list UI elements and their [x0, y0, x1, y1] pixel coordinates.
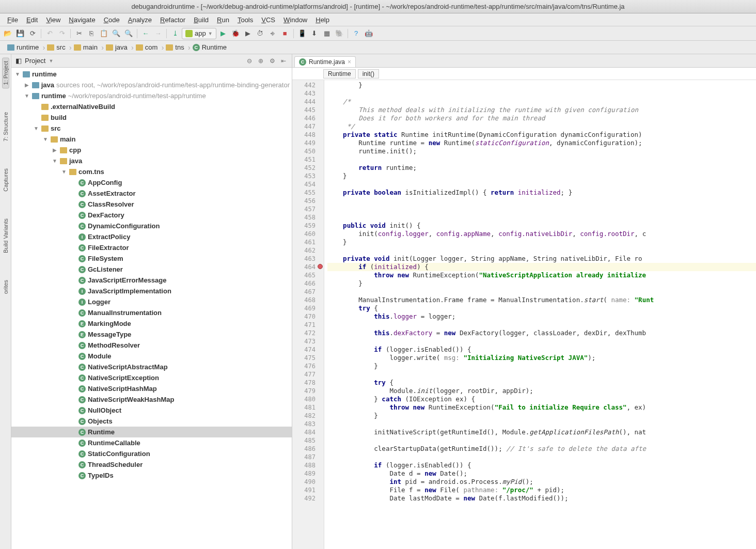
tree-item-methodresolver[interactable]: CMethodResolver — [11, 340, 292, 351]
stop-icon[interactable]: ■ — [279, 28, 291, 39]
tree-item-nativescriptexception[interactable]: CNativeScriptException — [11, 372, 292, 383]
menu-view[interactable]: View — [42, 14, 65, 25]
tree-item-appconfig[interactable]: CAppConfig — [11, 177, 292, 188]
crumb-runtime[interactable]: CRuntime — [188, 43, 231, 51]
sdk-icon[interactable]: ⬇ — [309, 28, 320, 39]
save-icon[interactable]: 💾 — [14, 28, 26, 39]
coverage-icon[interactable]: ▶ — [242, 28, 254, 39]
menu-run[interactable]: Run — [213, 14, 233, 25]
make-icon[interactable]: ⤓ — [169, 28, 181, 39]
chevron-down-icon[interactable]: ▼ — [49, 58, 53, 64]
tree-item-javascriptimplementation[interactable]: IJavaScriptImplementation — [11, 286, 292, 296]
side-tab-structure[interactable]: 7: Structure — [3, 109, 9, 145]
crumb-src[interactable]: src — [43, 43, 69, 51]
back-icon[interactable]: ← — [140, 28, 151, 39]
hide-icon[interactable]: ⇤ — [279, 57, 288, 65]
tree-item-main[interactable]: ▼main — [11, 134, 292, 145]
tree-item-build[interactable]: build — [11, 112, 292, 123]
tree-item-externalnativebuild[interactable]: .externalNativeBuild — [11, 101, 292, 112]
tree-item-filesystem[interactable]: CFileSystem — [11, 253, 292, 264]
tree-item-extractpolicy[interactable]: IExtractPolicy — [11, 231, 292, 242]
tree-item-runtime[interactable]: ▼runtime ~/work/repos/android-runtime/te… — [11, 90, 292, 101]
tree-item-runtime[interactable]: CRuntime — [11, 427, 292, 437]
side-tab-project[interactable]: 1: Project — [2, 57, 9, 88]
cut-icon[interactable]: ✂ — [73, 28, 85, 39]
menu-edit[interactable]: Edit — [22, 14, 42, 25]
nav-runtime[interactable]: Runtime — [323, 69, 356, 79]
close-icon[interactable]: × — [348, 58, 351, 66]
editor-tab-runtime[interactable]: C Runtime.java × — [294, 56, 356, 67]
menu-window[interactable]: Window — [279, 14, 311, 25]
avd-icon[interactable]: 📱 — [296, 28, 308, 39]
tree-item-java[interactable]: ▶java sources root, ~/work/repos/android… — [11, 80, 292, 90]
layout-icon[interactable]: ▦ — [321, 28, 333, 39]
tree-item-runtime[interactable]: ▼runtime — [11, 69, 292, 80]
tree-item-module[interactable]: CModule — [11, 351, 292, 362]
project-tree[interactable]: ▼runtime▶java sources root, ~/work/repos… — [11, 68, 292, 549]
breakpoint-marker[interactable] — [318, 264, 323, 269]
menu-navigate[interactable]: Navigate — [65, 14, 99, 25]
tree-item-nativescriptweakhashmap[interactable]: CNativeScriptWeakHashMap — [11, 394, 292, 405]
tree-item-staticconfiguration[interactable]: CStaticConfiguration — [11, 448, 292, 459]
collapse-icon[interactable]: ⊖ — [245, 57, 254, 65]
open-icon[interactable]: 📂 — [2, 28, 13, 39]
menu-help[interactable]: Help — [311, 14, 334, 25]
tree-item-dynamicconfiguration[interactable]: CDynamicConfiguration — [11, 221, 292, 231]
replace-icon[interactable]: 🔍 — [123, 28, 134, 39]
run-icon[interactable]: ▶ — [217, 28, 229, 39]
tree-item-messagetype[interactable]: EMessageType — [11, 329, 292, 340]
menu-analyze[interactable]: Analyze — [124, 14, 156, 25]
tree-item-src[interactable]: ▼src — [11, 123, 292, 134]
tree-item-nativescriptabstractmap[interactable]: CNativeScriptAbstractMap — [11, 362, 292, 372]
gradle-icon[interactable]: 🐘 — [334, 28, 345, 39]
tree-item-typeids[interactable]: CTypeIDs — [11, 470, 292, 481]
tree-item-runtimecallable[interactable]: CRuntimeCallable — [11, 437, 292, 448]
tree-item-threadscheduler[interactable]: CThreadScheduler — [11, 459, 292, 470]
copy-icon[interactable]: ⎘ — [86, 28, 97, 39]
side-tab-buildvariants[interactable]: Build Variants — [3, 215, 9, 256]
undo-icon[interactable]: ↶ — [44, 28, 55, 39]
line-gutter[interactable]: 4424434444454464474484494504514524534544… — [292, 80, 324, 549]
debug-icon[interactable]: 🐞 — [230, 28, 241, 39]
side-tab-orites[interactable]: orites — [3, 277, 9, 297]
run-config-selector[interactable]: app ▼ — [182, 28, 216, 39]
menu-tools[interactable]: Tools — [233, 14, 257, 25]
tree-item-markingmode[interactable]: EMarkingMode — [11, 318, 292, 329]
find-icon[interactable]: 🔍 — [111, 28, 122, 39]
menu-code[interactable]: Code — [100, 14, 124, 25]
crumb-com[interactable]: com — [132, 43, 162, 51]
crumb-main[interactable]: main — [70, 43, 102, 51]
tree-item-gclistener[interactable]: CGcListener — [11, 264, 292, 275]
tree-item-fileextractor[interactable]: CFileExtractor — [11, 242, 292, 253]
tree-item-java[interactable]: ▼java — [11, 155, 292, 166]
tree-item-nativescripthashmap[interactable]: CNativeScriptHashMap — [11, 383, 292, 394]
project-panel-title[interactable]: Project — [25, 57, 45, 65]
tree-item-comtns[interactable]: ▼com.tns — [11, 166, 292, 177]
menu-build[interactable]: Build — [190, 14, 213, 25]
code-editor[interactable]: 4424434444454464474484494504514524534544… — [292, 80, 756, 549]
locate-icon[interactable]: ⊕ — [257, 57, 265, 65]
menu-vcs[interactable]: VCS — [257, 14, 279, 25]
crumb-runtime[interactable]: runtime — [3, 43, 43, 51]
tree-item-dexfactory[interactable]: CDexFactory — [11, 210, 292, 221]
menu-file[interactable]: File — [3, 14, 22, 25]
nav-init[interactable]: init() — [358, 69, 379, 79]
crumb-tns[interactable]: tns — [162, 43, 188, 51]
tree-item-cpp[interactable]: ▶cpp — [11, 145, 292, 155]
tree-item-logger[interactable]: ILogger — [11, 296, 292, 307]
redo-icon[interactable]: ↷ — [56, 28, 68, 39]
profile-icon[interactable]: ⏱ — [255, 28, 266, 39]
sync-icon[interactable]: ⟳ — [27, 28, 38, 39]
code-content[interactable]: } /* This method deals with initializing… — [324, 80, 756, 549]
tree-item-javascripterrormessage[interactable]: CJavaScriptErrorMessage — [11, 275, 292, 286]
tree-item-assetextractor[interactable]: CAssetExtractor — [11, 188, 292, 199]
android-logo-icon[interactable]: 🤖 — [363, 28, 374, 39]
help-icon[interactable]: ? — [351, 28, 362, 39]
tree-item-objects[interactable]: CObjects — [11, 416, 292, 427]
crumb-java[interactable]: java — [102, 43, 132, 51]
tree-item-manualinstrumentation[interactable]: CManualInstrumentation — [11, 307, 292, 318]
settings-icon[interactable]: ⚙ — [268, 57, 276, 65]
forward-icon[interactable]: → — [152, 28, 164, 39]
paste-icon[interactable]: 📋 — [98, 28, 109, 39]
tree-item-nullobject[interactable]: CNullObject — [11, 405, 292, 416]
